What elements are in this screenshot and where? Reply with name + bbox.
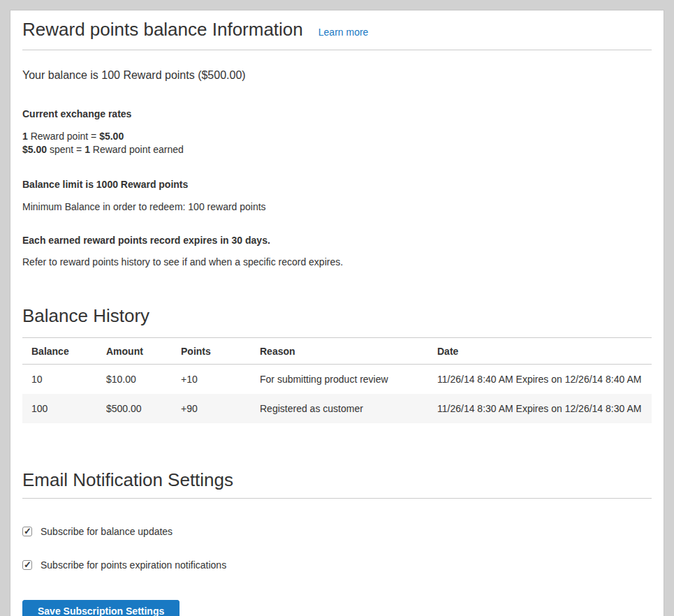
rate1-amount: $5.00 (99, 131, 124, 142)
column-header-balance: Balance (22, 338, 97, 365)
cell-date: 11/26/14 8:40 AM Expires on 12/26/14 8:4… (428, 365, 652, 395)
learn-more-link[interactable]: Learn more (318, 27, 369, 38)
exchange-rate-line-1: 1 Reward point = $5.00 (22, 130, 652, 143)
cell-balance: 100 (22, 394, 97, 423)
column-header-points: Points (172, 338, 251, 365)
balance-history-table: Balance Amount Points Reason Date 10 $10… (22, 337, 652, 423)
expiry-text: Each earned reward points record expires… (22, 235, 652, 246)
cell-reason: For submitting product review (251, 365, 428, 395)
table-row: 100 $500.00 +90 Registered as customer 1… (22, 394, 652, 423)
table-row: 10 $10.00 +10 For submitting product rev… (22, 365, 652, 395)
expiry-note-text: Refer to reward points history to see if… (22, 256, 652, 267)
cell-reason: Registered as customer (251, 394, 428, 423)
balance-updates-label[interactable]: Subscribe for balance updates (41, 526, 173, 537)
exchange-rate-line-2: $5.00 spent = 1 Reward point earned (22, 143, 652, 156)
rate2-tail: Reward point earned (90, 144, 184, 155)
email-settings-divider (22, 498, 652, 499)
rate1-points: 1 (22, 131, 28, 142)
balance-history-title: Balance History (22, 305, 652, 327)
page-title: Reward points balance Information (22, 19, 303, 41)
cell-amount: $10.00 (97, 365, 172, 395)
page-header: Reward points balance Information Learn … (22, 19, 652, 41)
minimum-balance-text: Minimum Balance in order to redeem: 100 … (22, 201, 652, 212)
page-frame: Reward points balance Information Learn … (0, 0, 674, 616)
cell-amount: $500.00 (97, 394, 172, 423)
column-header-date: Date (428, 338, 652, 365)
cell-balance: 10 (22, 365, 97, 395)
balance-updates-checkbox[interactable] (22, 527, 32, 536)
column-header-amount: Amount (97, 338, 172, 365)
email-settings-title: Email Notification Settings (22, 469, 652, 491)
cell-date: 11/26/14 8:30 AM Expires on 12/26/14 8:3… (428, 394, 652, 423)
rate1-text: Reward point = (28, 131, 99, 142)
table-header-row: Balance Amount Points Reason Date (22, 338, 652, 365)
header-divider (22, 50, 652, 50)
cell-points: +10 (172, 365, 251, 395)
expiration-notifications-checkbox[interactable] (22, 560, 32, 570)
exchange-rates: 1 Reward point = $5.00 $5.00 spent = 1 R… (22, 130, 652, 156)
cell-points: +90 (172, 394, 251, 423)
rate2-text: spent = (47, 144, 85, 155)
rate2-points: 1 (85, 144, 90, 155)
balance-summary: Your balance is 100 Reward points ($500.… (22, 69, 652, 82)
expiration-notifications-label[interactable]: Subscribe for points expiration notifica… (41, 559, 226, 571)
expiration-notifications-option: Subscribe for points expiration notifica… (22, 559, 652, 571)
save-subscription-settings-button[interactable]: Save Subscription Settings (22, 600, 180, 616)
exchange-rates-heading: Current exchange rates (22, 108, 652, 119)
column-header-reason: Reason (251, 338, 428, 365)
rate2-amount: $5.00 (22, 144, 47, 155)
balance-updates-option: Subscribe for balance updates (22, 526, 652, 537)
reward-points-panel: Reward points balance Information Learn … (10, 10, 664, 616)
table-header: Balance Amount Points Reason Date (22, 338, 652, 365)
balance-limit-text: Balance limit is 1000 Reward points (22, 179, 652, 190)
